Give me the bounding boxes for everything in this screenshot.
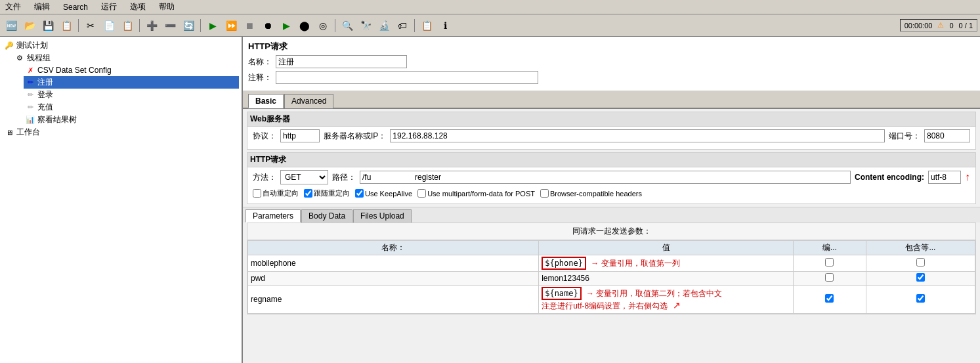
toolbar-bookmark[interactable]: 🏷: [394, 17, 411, 34]
recharge-icon: ✏: [25, 102, 35, 113]
toolbar-reset[interactable]: 🔭: [357, 17, 374, 34]
toolbar-search[interactable]: 🔍: [339, 17, 356, 34]
checkbox-row: 自动重定向 跟随重定向 Use KeepAlive Use multipart/…: [253, 187, 970, 200]
protocol-input[interactable]: [280, 129, 320, 142]
protocol-label: 协议：: [253, 131, 276, 142]
value-box-name: ${name}: [542, 287, 582, 300]
table-row: mobilephone ${phone} → 变量引用，取值第一列: [248, 255, 975, 272]
include-checkbox-regname[interactable]: [916, 294, 925, 303]
menu-options[interactable]: 选项: [127, 1, 148, 13]
toolbar-sep2: [139, 19, 140, 32]
toolbar-sep4: [335, 19, 335, 32]
method-label: 方法：: [253, 172, 276, 183]
tree-item-test-plan[interactable]: 🔑 测试计划: [3, 39, 239, 52]
menu-run[interactable]: 运行: [98, 1, 119, 13]
col-name: 名称：: [248, 241, 539, 255]
tab-advanced[interactable]: Advanced: [284, 94, 333, 108]
menu-search[interactable]: Search: [60, 2, 91, 12]
tab-basic[interactable]: Basic: [248, 94, 284, 108]
toolbar-shutdown[interactable]: ⏺: [259, 17, 276, 34]
table-row: regname ${name} → 变量引用，取值第二列；若包含中文 注意进行u…: [248, 286, 975, 314]
tree-item-workbench[interactable]: 🖥 工作台: [3, 126, 239, 139]
menu-help[interactable]: 帮助: [156, 1, 177, 13]
workbench-icon: 🖥: [4, 127, 14, 138]
tree-item-thread-group[interactable]: ⚙ 线程组: [13, 52, 239, 64]
toolbar-stop-remote[interactable]: ⬤: [296, 17, 313, 34]
toolbar-status: 00:00:00 ⚠ 0 0 / 1: [900, 19, 977, 32]
csv-config-icon: ✗: [25, 65, 35, 75]
register-icon: ✏: [25, 77, 35, 88]
toolbar-remove[interactable]: ➖: [161, 17, 179, 34]
toolbar-add[interactable]: ➕: [143, 17, 160, 34]
toolbar-list[interactable]: 📋: [418, 17, 435, 34]
encode-checkbox-regname[interactable]: [825, 294, 834, 303]
table-row: pwd lemon123456: [248, 272, 975, 286]
include-checkbox-mobilephone[interactable]: [916, 258, 925, 267]
checkbox-follow-redirect[interactable]: [304, 189, 312, 198]
include-checkbox-pwd[interactable]: [916, 273, 925, 282]
encoding-input[interactable]: [928, 171, 961, 184]
checkbox-browser-headers[interactable]: [540, 189, 549, 198]
main-area: 🔑 测试计划 ⚙ 线程组 ✗ CSV Data Set Config ✏ 注册 …: [0, 37, 980, 363]
tree-item-csv-config[interactable]: ✗ CSV Data Set Config: [24, 64, 239, 76]
toolbar-save-as[interactable]: 📋: [58, 17, 75, 34]
params-header: 同请求一起发送参数：: [247, 223, 975, 240]
checkbox-keep-alive[interactable]: [355, 189, 364, 198]
tree-item-register[interactable]: ✏ 注册: [24, 76, 239, 89]
tab-files-upload[interactable]: Files Upload: [353, 209, 412, 223]
checkbox-multipart[interactable]: [417, 189, 426, 198]
tree-label-recharge: 充值: [37, 102, 53, 113]
checkbox-multipart-label[interactable]: Use multipart/form-data for POST: [417, 189, 535, 198]
toolbar-save[interactable]: 💾: [39, 17, 56, 34]
checkbox-auto-redirect-label[interactable]: 自动重定向: [253, 188, 299, 198]
tree-panel: 🔑 测试计划 ⚙ 线程组 ✗ CSV Data Set Config ✏ 注册 …: [0, 37, 243, 363]
param-value-regname: ${name} → 变量引用，取值第二列；若包含中文 注意进行utf-8编码设置…: [539, 286, 794, 314]
tree-item-login[interactable]: ✏ 登录: [24, 89, 239, 101]
toolbar-clear-remote[interactable]: ◎: [314, 17, 331, 34]
checkbox-auto-redirect[interactable]: [253, 189, 261, 198]
server-input[interactable]: [390, 129, 885, 142]
name-input[interactable]: [276, 55, 407, 68]
tree-item-recharge[interactable]: ✏ 充值: [24, 101, 239, 114]
thread-group-icon: ⚙: [14, 53, 25, 64]
toolbar-new[interactable]: 🆕: [3, 17, 20, 34]
port-input[interactable]: [924, 129, 970, 142]
menu-file[interactable]: 文件: [3, 1, 24, 13]
toolbar-zoom[interactable]: 🔬: [375, 17, 393, 34]
toolbar-run-no-pause[interactable]: ⏩: [223, 17, 240, 34]
main-tabs-container: Basic Advanced: [243, 91, 980, 109]
checkbox-browser-headers-label[interactable]: Browser-compatible headers: [540, 189, 642, 198]
param-encode-pwd: [793, 272, 866, 286]
tree-label-csv-config: CSV Data Set Config: [37, 66, 112, 75]
comment-input[interactable]: [276, 71, 538, 84]
tree-item-result-tree[interactable]: 📊 察看结果树: [24, 114, 239, 126]
right-panel: HTTP请求 名称： 注释： Basic Advanced Web服务器 协议：: [243, 37, 980, 363]
path-input[interactable]: [360, 171, 851, 184]
comment-label: 注释：: [248, 72, 272, 83]
checkbox-keep-alive-label[interactable]: Use KeepAlive: [355, 189, 412, 198]
result-tree-icon: 📊: [25, 115, 35, 125]
comment-row: 注释：: [248, 71, 975, 84]
http-section-title: HTTP请求: [248, 41, 975, 53]
tab-body-data[interactable]: Body Data: [301, 209, 352, 223]
toolbar-run[interactable]: ▶: [204, 17, 221, 34]
checkbox-follow-redirect-label[interactable]: 跟随重定向: [304, 188, 350, 198]
toolbar-copy[interactable]: 📄: [100, 17, 117, 34]
toolbar-info[interactable]: ℹ: [437, 17, 454, 34]
toolbar-open[interactable]: 📂: [21, 17, 38, 34]
method-select[interactable]: GET POST PUT DELETE: [280, 170, 328, 184]
toolbar-clear[interactable]: 🔄: [180, 17, 197, 34]
tab-parameters[interactable]: Parameters: [245, 209, 301, 223]
param-value-mobilephone: ${phone} → 变量引用，取值第一列: [539, 255, 794, 272]
name-label: 名称：: [248, 56, 272, 68]
menu-edit[interactable]: 编辑: [32, 1, 53, 13]
encode-checkbox-mobilephone[interactable]: [825, 258, 834, 267]
toolbar-start-remote[interactable]: ▶: [278, 17, 295, 34]
toolbar-cut[interactable]: ✂: [82, 17, 99, 34]
main-tabs: Basic Advanced: [243, 91, 980, 108]
web-server-row: 协议： 服务器名称或IP： 端口号：: [253, 129, 970, 142]
toolbar-stop[interactable]: ⏹: [241, 17, 258, 34]
toolbar-paste[interactable]: 📋: [119, 17, 136, 34]
red-arrow-encoding: ↑: [965, 171, 970, 183]
encode-checkbox-pwd[interactable]: [825, 273, 834, 282]
